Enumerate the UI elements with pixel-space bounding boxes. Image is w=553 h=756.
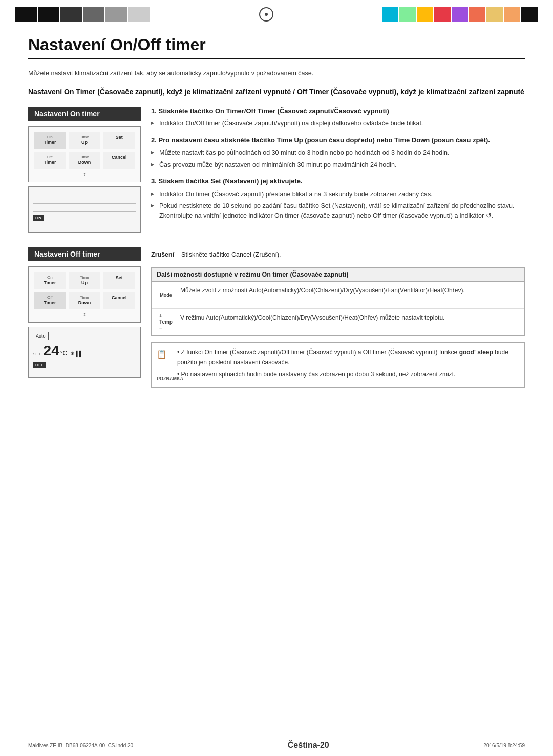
on-timer-section: Nastavení On timer On Timer Time Up Set (28, 107, 525, 237)
step-1: 1. Stiskněte tlačítko On Timer/Off Timer… (151, 107, 525, 129)
cancel-body: Stiskněte tlačítko Cancel (Zrušení). (181, 251, 281, 258)
time-down-line1: Time (70, 155, 99, 160)
step-3-bullets: Indikátor On timer (Časovač zapnutí) pře… (151, 190, 525, 221)
arrows-off: ↕ (34, 311, 135, 317)
step-2-text: Pro nastavení času stiskněte tlačítko Ti… (158, 136, 490, 144)
extra-options-box: Další možnosti dostupné v režimu On time… (151, 267, 525, 336)
top-marks (0, 0, 553, 27)
color-bar-cyan (382, 7, 398, 22)
cancel-button: Cancel (103, 152, 135, 169)
mark-block-6 (128, 7, 150, 22)
step-1-num: 1. (151, 107, 157, 115)
step-2-bullet-2: Čas provozu může být nastaven od minimál… (151, 160, 525, 170)
step-1-text: Stiskněte tlačítko On Timer/Off Timer (Č… (158, 107, 389, 115)
time-down-line2: Down (70, 160, 99, 166)
display-lines (33, 191, 136, 212)
step-3-header: 3. Stiskem tlačítka Set (Nastavení) jej … (151, 177, 525, 186)
off-on-timer-button: On Timer (34, 272, 66, 289)
mode-icon-box: Mode (157, 286, 175, 304)
temp-row: SET 24 °C ❄ ▌▌ (33, 344, 136, 358)
extra-box-header: Další možnosti dostupné v režimu On time… (152, 268, 524, 282)
off-timer-btn-line2: Timer (35, 300, 65, 306)
off-timer-button: Off Timer (34, 152, 66, 169)
on-timer-display: ON (28, 186, 141, 233)
footer-right: 2016/5/19 8:24:59 (483, 743, 525, 748)
good-sleep-bold: good' sleep (459, 349, 493, 356)
poznama-label: POZNÁMKA (157, 375, 183, 382)
center-registration-mark (259, 7, 273, 22)
temperature-display: 24 (44, 344, 59, 358)
off-timer-section: Nastavení Off timer On Timer Time Up Set (28, 247, 525, 396)
step-3-text: Stiskem tlačítka Set (Nastavení) jej akt… (158, 177, 302, 185)
on-timer-header: Nastavení On timer (28, 107, 141, 121)
step-2-bullets: Můžete nastavit čas po půlhodinách od 30… (151, 148, 525, 170)
set-btn-label: Set (104, 135, 134, 141)
cancel-label: Zrušení (151, 251, 174, 258)
temp-icon-label: + Temp – (159, 313, 173, 331)
on-timer-steps: 1. Stiskněte tlačítko On Timer/Off Timer… (151, 107, 525, 237)
mark-block-2 (38, 7, 59, 22)
step-2: 2. Pro nastavení času stiskněte tlačítko… (151, 136, 525, 170)
step-2-header: 2. Pro nastavení času stiskněte tlačítko… (151, 136, 525, 145)
off-set-button: Set (103, 272, 135, 289)
top-divider (0, 27, 553, 27)
mark-block-1 (15, 7, 37, 22)
color-bar-yellow (417, 7, 433, 22)
off-timer-right: Zrušení Stiskněte tlačítko Cancel (Zruše… (151, 247, 525, 396)
off-time-up-line1: Time (70, 275, 99, 280)
remote-buttons-top: On Timer Time Up Set Off Timer (34, 132, 135, 169)
bold-description: Nastavení On Timer (Časovače zapnutí), k… (28, 87, 525, 97)
step-1-bullets: Indikátor On/Off timer (Časovače zapnutí… (151, 119, 525, 129)
step-3-bullet-2: Pokud nestisknete do 10 sekund po zadání… (151, 201, 525, 221)
step-2-bullet-1: Můžete nastavit čas po půlhodinách od 30… (151, 148, 525, 158)
step-3-num: 3. (151, 177, 157, 185)
display-line-2 (33, 199, 136, 204)
note-bullet-2: • Po nastavení spínacích hodin bude nast… (177, 370, 518, 380)
off-timer-btn-line1: Off (35, 295, 65, 300)
mark-block-4 (83, 7, 104, 22)
cancel-btn-label: Cancel (104, 155, 134, 161)
degree-symbol: °C (60, 350, 67, 357)
step-2-num: 2. (151, 136, 157, 144)
off-timer-line2: Timer (35, 160, 65, 166)
off-time-down-line2: Down (70, 300, 99, 306)
color-bar-red (434, 7, 451, 22)
off-timer-left: Nastavení Off timer On Timer Time Up Set (28, 247, 141, 396)
off-time-down-button: Time Down (69, 292, 101, 309)
extra-box-temp-row: + Temp – V režimu Auto(Automatický)/Cool… (152, 309, 524, 335)
time-up-line1: Time (70, 135, 99, 140)
display-line-3 (33, 206, 136, 212)
footer-left: Maldives ZE IB_DB68-06224A-00_CS.indd 20 (28, 743, 133, 748)
mode-text: Můžete zvolit z možností Auto(Automatick… (180, 286, 465, 295)
color-bar-peach (504, 7, 520, 22)
off-cancel-button: Cancel (103, 292, 135, 309)
color-bar-lightyellow (486, 7, 503, 22)
note-bullet-1: • Z funkcí On timer (Časovač zapnutí)/Of… (177, 348, 518, 367)
time-down-button: Time Down (69, 152, 101, 169)
time-up-line2: Up (70, 140, 99, 146)
step-1-bullet-1: Indikátor On/Off timer (Časovače zapnutí… (151, 119, 525, 129)
off-time-up-line2: Up (70, 280, 99, 286)
off-timer-remote: On Timer Time Up Set Off Timer (28, 266, 141, 323)
set-button: Set (103, 132, 135, 149)
off-set-label: Set (104, 275, 134, 281)
color-bar-magenta (452, 7, 468, 22)
off-timer-button: Off Timer (34, 292, 66, 309)
off-on-timer-line2: Timer (35, 280, 65, 286)
color-bar-orange (469, 7, 485, 22)
off-timer-display: Auto SET 24 °C ❄ ▌▌ OFF (28, 327, 141, 378)
on-timer-button: On Timer (34, 132, 66, 149)
page-content: Nastavení On/Off timer Můžete nastavit k… (0, 30, 553, 414)
on-timer-remote: On Timer Time Up Set Off Timer (28, 126, 141, 182)
page-footer: Maldives ZE IB_DB68-06224A-00_CS.indd 20… (0, 734, 553, 756)
off-remote-buttons: On Timer Time Up Set Off Timer (34, 272, 135, 309)
off-time-down-line1: Time (70, 295, 99, 300)
fan-icon: ❄ ▌▌ (70, 351, 83, 356)
time-up-button: Time Up (69, 132, 101, 149)
temp-icon-box: + Temp – (157, 313, 175, 331)
off-time-up-button: Time Up (69, 272, 101, 289)
mark-block-5 (105, 7, 127, 22)
extra-box-mode-row: Mode Můžete zvolit z možností Auto(Autom… (152, 282, 524, 309)
off-on-timer-line1: On (35, 275, 65, 280)
note-bullet-1-text: Z funkcí On timer (Časovač zapnutí)/Off … (177, 349, 508, 366)
